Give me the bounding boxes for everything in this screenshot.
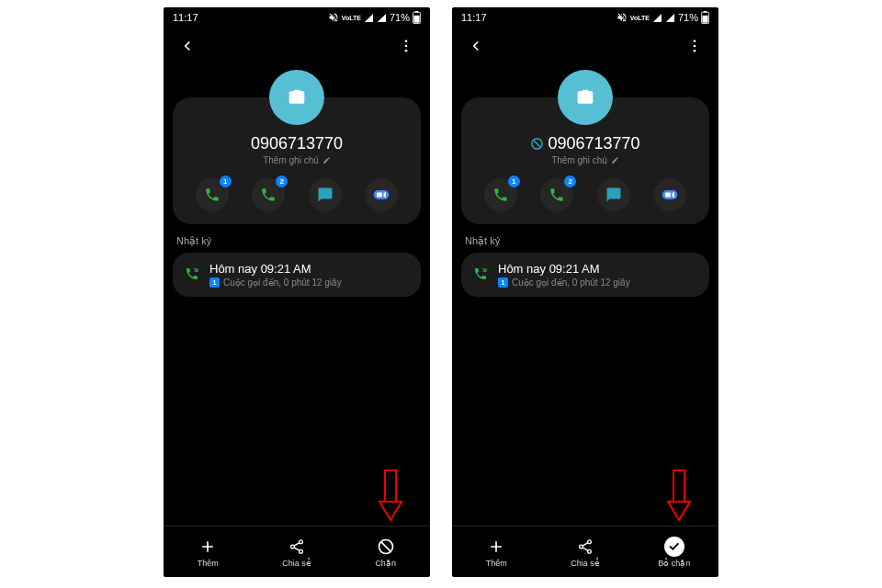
call-sim1-button[interactable]: 1 bbox=[484, 178, 517, 211]
bottom-block-button[interactable]: Chặn bbox=[358, 537, 413, 568]
volte-icon: VoLTE bbox=[342, 15, 361, 21]
call-sim1-button[interactable]: 1 bbox=[196, 178, 229, 211]
battery-text: 71% bbox=[390, 12, 410, 23]
message-icon bbox=[317, 187, 334, 203]
sim-tag: 1 bbox=[209, 277, 220, 288]
phone-icon bbox=[260, 187, 277, 203]
bottom-share-button[interactable]: Chia sẻ bbox=[558, 537, 613, 568]
action-row: 1 2 bbox=[472, 178, 698, 211]
battery-text: 71% bbox=[678, 12, 698, 23]
phone-right: 11:17 VoLTE 71% 0906713770 Thêm ghi bbox=[452, 7, 718, 577]
video-icon bbox=[661, 186, 679, 204]
svg-rect-2 bbox=[413, 16, 419, 23]
camera-icon bbox=[576, 88, 594, 107]
top-bar bbox=[164, 28, 430, 64]
bottom-share-label: Chia sẻ bbox=[571, 559, 600, 568]
checkmark-icon bbox=[664, 537, 684, 557]
plus-icon bbox=[198, 537, 218, 557]
mute-icon bbox=[328, 12, 339, 23]
call-sim2-button[interactable]: 2 bbox=[540, 178, 573, 211]
bottom-add-label: Thêm bbox=[486, 559, 507, 568]
bottom-block-label: Chặn bbox=[375, 559, 396, 568]
svg-point-16 bbox=[694, 40, 696, 42]
bottom-add-label: Thêm bbox=[198, 559, 219, 568]
share-icon bbox=[287, 537, 307, 557]
log-text: Hôm nay 09:21 AM 1 Cuộc gọi đến, 0 phút … bbox=[498, 262, 630, 288]
log-entry[interactable]: Hôm nay 09:21 AM 1 Cuộc gọi đến, 0 phút … bbox=[461, 253, 709, 297]
camera-icon bbox=[288, 88, 306, 107]
plus-icon bbox=[486, 537, 506, 557]
status-bar: 11:17 VoLTE 71% bbox=[452, 7, 718, 28]
edit-icon bbox=[322, 156, 331, 164]
more-button[interactable] bbox=[395, 35, 417, 57]
phone-icon bbox=[204, 187, 220, 203]
svg-rect-14 bbox=[704, 11, 707, 12]
status-time: 11:17 bbox=[461, 12, 487, 23]
phone-icon bbox=[492, 187, 509, 203]
video-call-button[interactable] bbox=[365, 178, 398, 211]
svg-rect-22 bbox=[673, 470, 684, 502]
action-row: 1 2 bbox=[184, 178, 410, 211]
log-detail: Cuộc gọi đến, 0 phút 12 giây bbox=[223, 277, 342, 288]
svg-rect-1 bbox=[415, 11, 419, 12]
svg-point-3 bbox=[405, 40, 408, 42]
bottom-add-button[interactable]: Thêm bbox=[180, 537, 235, 568]
annotation-arrow bbox=[377, 469, 404, 524]
phone-number-row: 0906713770 bbox=[530, 134, 639, 153]
svg-point-4 bbox=[405, 45, 408, 48]
back-button[interactable] bbox=[176, 35, 198, 57]
log-section-label: Nhật ký bbox=[164, 224, 430, 253]
add-note-button[interactable]: Thêm ghi chú bbox=[263, 155, 331, 165]
sim-tag: 1 bbox=[498, 277, 508, 288]
add-note-button[interactable]: Thêm ghi chú bbox=[551, 155, 619, 165]
avatar[interactable] bbox=[558, 70, 613, 125]
more-button[interactable] bbox=[684, 35, 706, 57]
status-time: 11:17 bbox=[173, 12, 198, 23]
battery-icon bbox=[413, 11, 421, 24]
log-section-label: Nhật ký bbox=[452, 224, 718, 253]
call-sim2-button[interactable]: 2 bbox=[252, 178, 285, 211]
signal-icon bbox=[364, 13, 374, 23]
message-button[interactable] bbox=[309, 178, 342, 211]
svg-rect-21 bbox=[665, 193, 671, 198]
status-bar: 11:17 VoLTE 71% bbox=[164, 7, 430, 28]
share-icon bbox=[575, 537, 595, 557]
badge-1: 1 bbox=[220, 175, 232, 187]
volte-icon: VoLTE bbox=[630, 15, 650, 21]
video-icon bbox=[372, 186, 390, 204]
mute-icon bbox=[616, 12, 628, 23]
log-text: Hôm nay 09:21 AM 1 Cuộc gọi đến, 0 phút … bbox=[209, 262, 342, 288]
phone-icon bbox=[548, 187, 565, 203]
log-time: Hôm nay 09:21 AM bbox=[209, 262, 342, 276]
status-right: VoLTE 71% bbox=[616, 11, 709, 24]
svg-rect-7 bbox=[377, 193, 382, 198]
contact-card: 0906713770 Thêm ghi chú 1 2 bbox=[461, 97, 709, 224]
bottom-unblock-button[interactable]: Bỏ chặn bbox=[647, 537, 702, 568]
block-icon bbox=[376, 537, 396, 557]
blocked-indicator-icon bbox=[530, 137, 544, 151]
incoming-call-icon bbox=[472, 266, 489, 282]
annotation-arrow bbox=[665, 469, 693, 524]
add-note-label: Thêm ghi chú bbox=[551, 155, 607, 165]
bottom-share-button[interactable]: Chia sẻ bbox=[269, 537, 324, 568]
signal-icon-2 bbox=[377, 13, 387, 23]
phone-left: 11:17 VoLTE 71% 0906713770 Thêm ghi chú bbox=[164, 7, 430, 577]
add-note-label: Thêm ghi chú bbox=[263, 155, 319, 165]
signal-icon-2 bbox=[665, 13, 675, 23]
back-button[interactable] bbox=[465, 35, 487, 57]
svg-point-18 bbox=[694, 50, 696, 52]
svg-rect-8 bbox=[385, 470, 396, 502]
battery-icon bbox=[701, 11, 709, 24]
bottom-bar: Thêm Chia sẻ Bỏ chặn bbox=[452, 526, 718, 577]
bottom-add-button[interactable]: Thêm bbox=[469, 537, 524, 568]
edit-icon bbox=[611, 156, 619, 164]
top-bar bbox=[452, 28, 718, 64]
badge-1: 1 bbox=[508, 175, 520, 187]
log-entry[interactable]: Hôm nay 09:21 AM 1 Cuộc gọi đến, 0 phút … bbox=[173, 253, 421, 297]
incoming-call-icon bbox=[184, 266, 200, 282]
avatar[interactable] bbox=[269, 70, 324, 125]
phone-number-row: 0906713770 bbox=[251, 134, 343, 153]
bottom-bar: Thêm Chia sẻ Chặn bbox=[164, 526, 430, 577]
video-call-button[interactable] bbox=[653, 178, 686, 211]
message-button[interactable] bbox=[597, 178, 630, 211]
